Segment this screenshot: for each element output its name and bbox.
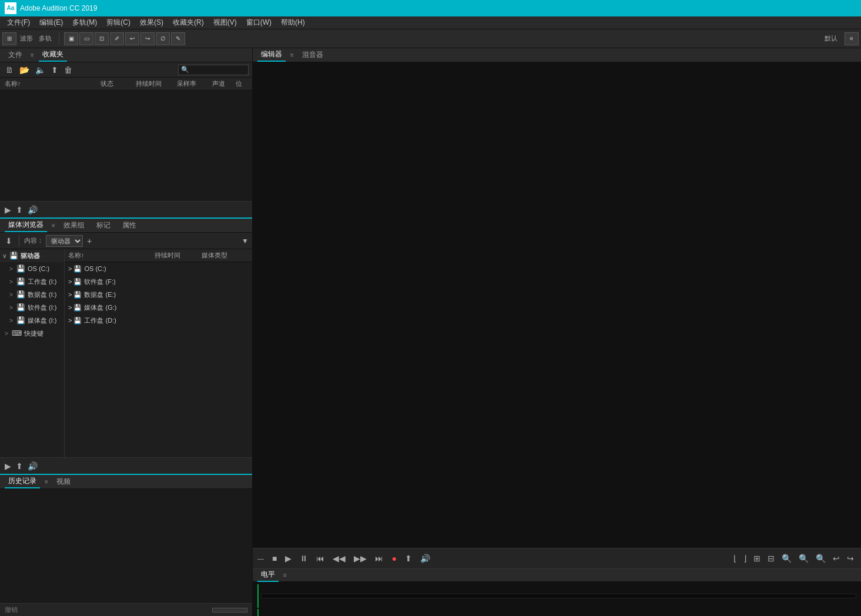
tool-zoom-in-btn[interactable]: ⊞ (751, 553, 763, 564)
files-panel-menu-icon[interactable]: ≡ (31, 52, 34, 58)
tab-mixer[interactable]: 混音器 (299, 49, 327, 61)
files-search-input[interactable] (178, 65, 249, 75)
file-row-soft-f[interactable]: > 💾 软件盘 (F:) (65, 275, 252, 288)
tree-label-work-d: 工作盘 (I:) (28, 277, 57, 286)
files-export-btn[interactable]: ⬆ (16, 205, 23, 215)
files-tool-cloud[interactable]: ⬆ (49, 64, 60, 76)
stop-btn[interactable]: ■ (270, 553, 279, 564)
history-content (0, 489, 252, 603)
menu-effects[interactable]: 效果(S) (135, 16, 168, 29)
editor-panel-menu-icon[interactable]: ≡ (290, 52, 294, 58)
record-btn[interactable]: ● (389, 553, 398, 564)
files-tool-more[interactable]: 🔈 (33, 64, 47, 76)
tree-root-drives[interactable]: ∨ 💾 驱动器 (0, 249, 64, 262)
media-split: ∨ 💾 驱动器 > 💾 OS (C:) > 💾 工作盘 (I:) (0, 249, 252, 457)
file-row-data-e[interactable]: > 💾 数据盘 (E:) (65, 288, 252, 301)
pause-btn[interactable]: ⏸ (297, 553, 310, 564)
editor-tabs: 编辑器 ≡ 混音器 (253, 48, 861, 62)
tree-arrow-soft: > (9, 304, 16, 311)
to-end-btn[interactable]: ⏭ (373, 553, 386, 564)
tab-history[interactable]: 历史记录 (5, 475, 40, 488)
editor-content (253, 62, 861, 548)
media-play-btn[interactable]: ▶ (5, 461, 11, 471)
to-start-btn[interactable]: ⏮ (314, 553, 327, 564)
tab-editor[interactable]: 编辑器 (257, 48, 286, 62)
toolbar-tool8[interactable]: ✎ (171, 32, 185, 45)
fast-forward-btn[interactable]: ▶▶ (351, 553, 369, 564)
speaker-btn[interactable]: 🔊 (418, 553, 433, 564)
tab-files[interactable]: 文件 (5, 49, 26, 61)
menu-clip[interactable]: 剪辑(C) (102, 16, 135, 29)
toolbar-tool4[interactable]: ✐ (110, 32, 124, 45)
toolbar-tool5[interactable]: ↩ (125, 32, 139, 45)
tree-item-os-c[interactable]: > 💾 OS (C:) (0, 262, 64, 275)
tab-video[interactable]: 视频 (53, 476, 74, 488)
tab-favorites[interactable]: 收藏夹 (39, 48, 67, 62)
menu-view[interactable]: 视图(V) (209, 16, 242, 29)
tab-effects-group[interactable]: 效果组 (60, 219, 88, 232)
tool-zoom-out-btn[interactable]: ⊟ (765, 553, 777, 564)
content-label: 内容： (24, 236, 43, 245)
tab-level-meter[interactable]: 电平 (257, 568, 279, 582)
media-panel-menu-icon[interactable]: ≡ (52, 222, 55, 229)
toolbar-tool7[interactable]: ∅ (156, 32, 170, 45)
tool-out-btn[interactable]: ⌋ (741, 553, 749, 564)
toolbar-default[interactable]: 默认 (820, 34, 842, 43)
toolbar-tool6[interactable]: ↪ (140, 32, 155, 45)
toolbar-grid-btn[interactable]: ⊞ (2, 32, 16, 45)
files-play-btn[interactable]: ▶ (5, 205, 11, 215)
files-tool-new[interactable]: 🗎 (4, 64, 15, 76)
tree-item-soft-f[interactable]: > 💾 软件盘 (I:) (0, 301, 64, 314)
tool-zoom-mag3[interactable]: 🔍 (813, 553, 828, 564)
left-panel: 文件 ≡ 收藏夹 🗎 📂 🔈 ⬆ 🗑 名称↑ 状态 持续时间 采样率 声道 位 (0, 48, 253, 616)
media-export-btn[interactable]: ⬆ (16, 461, 23, 471)
tool-forward-btn[interactable]: ↪ (845, 553, 856, 564)
menu-help[interactable]: 帮助(H) (276, 16, 310, 29)
filter-icon[interactable]: ▼ (242, 237, 249, 245)
media-col-name: 名称↑ (68, 251, 155, 260)
toolbar-menu-btn[interactable]: ≡ (845, 32, 859, 45)
file-row-work-d[interactable]: > 💾 工作盘 (D:) (65, 314, 252, 327)
files-tool-delete[interactable]: 🗑 (62, 64, 74, 76)
tree-item-work-d[interactable]: > 💾 工作盘 (I:) (0, 275, 64, 288)
file-row-media-g[interactable]: > 💾 媒体盘 (G:) (65, 301, 252, 314)
file-icon-os: > 💾 (68, 265, 82, 273)
tree-item-data-e[interactable]: > 💾 数据盘 (I:) (0, 288, 64, 301)
media-add-btn[interactable]: + (85, 235, 93, 247)
menu-window[interactable]: 窗口(W) (242, 16, 276, 29)
menu-favorites[interactable]: 收藏夹(R) (168, 16, 209, 29)
media-tool-btn[interactable]: ⬇ (4, 235, 14, 247)
toolbar-tool1[interactable]: ▣ (64, 32, 78, 45)
menu-multitrack[interactable]: 多轨(M) (68, 16, 102, 29)
tree-item-shortcut[interactable]: > ⌨ 快捷键 (0, 327, 64, 340)
tool-zoom-mag2[interactable]: 🔍 (796, 553, 811, 564)
play-btn[interactable]: ▶ (283, 553, 294, 564)
tree-arrow-os: > (9, 266, 16, 272)
files-tool-open[interactable]: 📂 (18, 64, 31, 76)
toolbar-tool2[interactable]: ▭ (79, 32, 93, 45)
tool-zoom-mag[interactable]: 🔍 (779, 553, 794, 564)
files-volume-btn[interactable]: 🔊 (28, 205, 38, 215)
tool-in-btn[interactable]: ⌊ (731, 553, 739, 564)
tab-media-browser[interactable]: 媒体浏览器 (5, 219, 47, 232)
menu-edit[interactable]: 编辑(E) (35, 16, 68, 29)
file-row-os[interactable]: > 💾 OS (C:) (65, 262, 252, 275)
media-volume-btn[interactable]: 🔊 (28, 461, 38, 471)
tree-item-media-g[interactable]: > 💾 媒体盘 (I:) (0, 314, 64, 327)
content-dropdown[interactable]: 驱动器 (46, 235, 83, 247)
tree-drives-label: 驱动器 (21, 252, 40, 260)
loop-btn[interactable]: ⬆ (403, 553, 414, 564)
tab-properties[interactable]: 属性 (119, 219, 140, 232)
tool-back-btn[interactable]: ↩ (830, 553, 842, 564)
file-icon-work-d: > 💾 (68, 317, 82, 324)
title-bar: Aa Adobe Audition CC 2019 (0, 0, 861, 16)
level-left-bar (261, 594, 856, 598)
menu-file[interactable]: 文件(F) (2, 16, 35, 29)
rewind-btn[interactable]: ◀◀ (330, 553, 348, 564)
file-icon-soft-f: > 💾 (68, 278, 82, 286)
tree-label-os-c: OS (C:) (28, 265, 49, 272)
history-panel-menu-icon[interactable]: ≡ (45, 478, 48, 485)
toolbar-tool3[interactable]: ⊡ (95, 32, 109, 45)
level-panel-menu-icon[interactable]: ≡ (283, 572, 287, 578)
tab-markers[interactable]: 标记 (93, 219, 114, 232)
